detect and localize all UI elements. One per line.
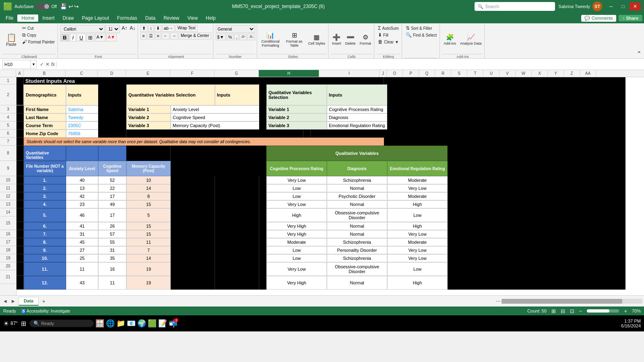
page-layout-button[interactable]: ⊟ <box>561 308 565 314</box>
cell-cogspeed-8[interactable]: 31 <box>98 246 126 254</box>
taskbar-word[interactable]: 📝 <box>158 319 167 328</box>
col-header-w[interactable]: W <box>516 70 532 77</box>
cell-firstname-label[interactable]: First Name <box>24 105 66 113</box>
cell-j-11[interactable] <box>259 276 266 290</box>
col-header-a[interactable]: A <box>16 70 23 77</box>
page-break-button[interactable]: ⊡ <box>570 308 574 314</box>
cell-d4[interactable] <box>98 113 126 121</box>
cell-j5[interactable] <box>259 121 266 130</box>
fill-button[interactable]: ⬇ Fill <box>377 32 400 38</box>
increase-decimal-button[interactable]: .0↑ <box>239 34 247 40</box>
cell-anxiety-0[interactable]: 40 <box>66 176 98 184</box>
zoom-in-button[interactable]: + <box>624 308 627 314</box>
cell-diagnosis-3[interactable]: Normal <box>327 200 387 208</box>
horizontal-scrollbar[interactable] <box>502 299 642 304</box>
cell-emotreg-7[interactable]: Moderate <box>387 238 448 246</box>
menu-formulas[interactable]: Formulas <box>113 14 141 22</box>
cell-a-4[interactable] <box>17 208 24 222</box>
cell-filenum-4[interactable]: 5. <box>24 208 66 222</box>
cell-cogspeed-header[interactable]: Cognitive Speed <box>98 161 126 176</box>
cell-filenum-5[interactable]: 6. <box>24 222 66 230</box>
cell-memory-7[interactable]: 11 <box>126 238 171 246</box>
taskbar-app-1[interactable]: 🪟 <box>95 319 104 328</box>
comments-button[interactable]: 💬 Comments <box>581 15 616 22</box>
cell-cogspeed-5[interactable]: 26 <box>98 222 126 230</box>
cell-cogproc-3[interactable]: Very Low <box>266 200 327 208</box>
increase-indent-button[interactable]: → <box>170 33 178 39</box>
windows-start-button[interactable]: ⊞ <box>21 320 26 327</box>
cell-qual-inputs[interactable]: Inputs <box>327 84 387 105</box>
cell-a7[interactable] <box>17 138 24 146</box>
cell-memory-0[interactable]: 10 <box>126 176 171 184</box>
fill-color-button[interactable]: A▼ <box>95 34 105 41</box>
cell-a-3[interactable] <box>17 200 24 208</box>
redo-icon[interactable]: ↪ <box>74 3 79 10</box>
cell-qual-vars-header[interactable]: Qualitative Variables <box>266 146 448 161</box>
cell-firstname-value[interactable]: Sabrina <box>66 105 98 113</box>
cell-cogspeed-10[interactable]: 16 <box>98 262 126 276</box>
cell-a4[interactable] <box>17 113 24 121</box>
cell-inputs-demo[interactable]: Inputs <box>66 84 98 105</box>
cell-a-9[interactable] <box>17 254 24 262</box>
col-header-s[interactable]: S <box>451 70 467 77</box>
cell-emotreg-5[interactable]: High <box>387 222 448 230</box>
cell-filenum-11[interactable]: 12. <box>24 276 66 290</box>
autosum-button[interactable]: Σ AutoSum <box>377 25 400 31</box>
cell-lastname-value[interactable]: Tweedy <box>66 113 98 121</box>
cell-qv1-label[interactable]: Variable 1 <box>266 105 327 113</box>
cell-zipcode-value[interactable]: 76856 <box>66 130 98 138</box>
formula-cancel-icon[interactable]: ✕ <box>45 62 50 67</box>
cell-emotreg-8[interactable]: Very Low <box>387 246 448 254</box>
cell-cogspeed-6[interactable]: 57 <box>98 230 126 238</box>
col-header-x[interactable]: X <box>532 70 548 77</box>
cell-diagnosis-6[interactable]: Normal <box>327 230 387 238</box>
share-button[interactable]: ↑ Share <box>619 15 642 21</box>
cell-a-7[interactable] <box>17 238 24 246</box>
cell-d3[interactable] <box>98 105 126 113</box>
align-bottom-button[interactable]: ⬇ <box>155 25 161 32</box>
cell-quant-header[interactable]: Quantitative Variables Selection <box>126 84 215 105</box>
cell-a-10[interactable] <box>17 262 24 276</box>
menu-file[interactable]: File <box>2 14 17 22</box>
formula-checkmark-icon[interactable]: ✓ <box>40 62 44 67</box>
col-header-q[interactable]: Q <box>419 70 435 77</box>
cell-demographics[interactable]: Demographics <box>24 84 66 105</box>
menu-insert[interactable]: Insert <box>38 14 58 22</box>
sheet-prev-button[interactable]: ◀ <box>2 298 9 305</box>
cell-a5[interactable] <box>17 121 24 130</box>
align-right-button[interactable]: ≡ <box>155 33 161 39</box>
cell-qv3-value[interactable]: Emotional Regulation Rating <box>327 121 387 130</box>
cell-anxiety-1[interactable]: 13 <box>66 184 98 192</box>
cell-j2[interactable] <box>259 84 266 105</box>
cell-memory-1[interactable]: 14 <box>126 184 171 192</box>
decrease-font-button[interactable]: A↓ <box>129 25 136 33</box>
cell-memory-10[interactable]: 19 <box>126 262 171 276</box>
cell-anxiety-2[interactable]: 42 <box>66 192 98 200</box>
cell-qv2-value[interactable]: Diagnosis <box>327 113 387 121</box>
cell-cogspeed-0[interactable]: 52 <box>98 176 126 184</box>
name-box[interactable]: H10 <box>3 62 31 67</box>
font-size-select[interactable]: 12 <box>105 25 120 33</box>
cell-cogspeed-4[interactable]: 17 <box>98 208 126 222</box>
cell-memory-6[interactable]: 15 <box>126 230 171 238</box>
cell-d5[interactable] <box>98 121 126 130</box>
cell-diagnosis-header[interactable]: Diagnosis <box>327 161 387 176</box>
align-top-button[interactable]: ⬆ <box>140 25 147 32</box>
cell-filenum-1[interactable]: 2. <box>24 184 66 192</box>
cell-v1-value[interactable]: Anxiety Level <box>171 105 259 113</box>
insert-button[interactable]: ➕ Insert <box>331 25 343 54</box>
autosave-toggle[interactable] <box>35 3 50 10</box>
cell-filenum-9[interactable]: 10. <box>24 254 66 262</box>
col-header-d[interactable]: D <box>98 70 126 77</box>
cell-qual-header[interactable]: Qualitative Variables Selection <box>266 84 327 105</box>
col-header-u[interactable]: U <box>483 70 500 77</box>
minimize-button[interactable]: ─ <box>605 2 617 10</box>
cell-emotreg-2[interactable]: Moderate <box>387 192 448 200</box>
cell-cogspeed-3[interactable]: 49 <box>98 200 126 208</box>
cell-anxiety-10[interactable]: 11 <box>66 262 98 276</box>
cell-zipcode-label[interactable]: Home Zip Code <box>24 130 66 138</box>
cell-courseterm-value[interactable]: 2305C <box>66 121 98 130</box>
cut-button[interactable]: ✂ Cut <box>21 25 56 31</box>
cell-filenum-10[interactable]: 11. <box>24 262 66 276</box>
taskbar-app-4[interactable]: 📧 <box>127 319 136 328</box>
